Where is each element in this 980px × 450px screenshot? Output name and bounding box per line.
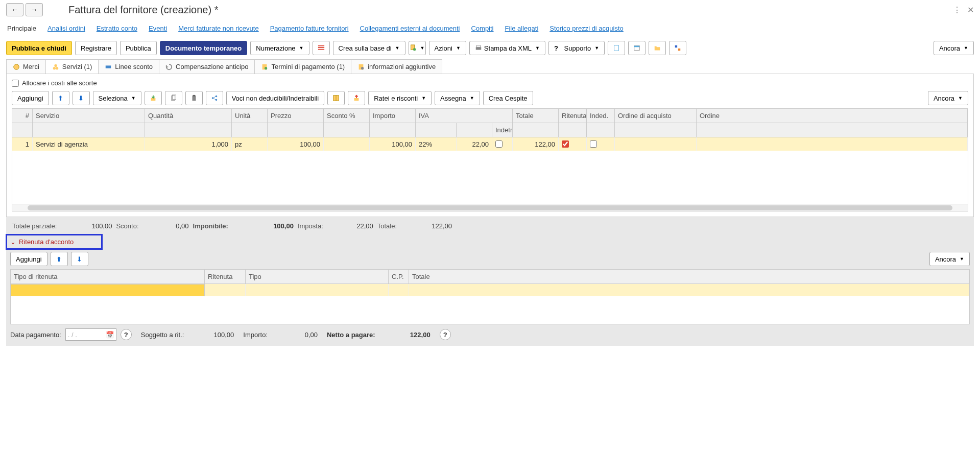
share-button[interactable] — [206, 91, 223, 105]
svg-point-18 — [265, 67, 267, 69]
inded-checkbox[interactable] — [590, 140, 597, 148]
table-icon-button[interactable] — [327, 91, 345, 105]
cell-unita: pz — [232, 137, 268, 151]
document-icon-button[interactable]: ▼ — [409, 41, 426, 55]
forward-button[interactable]: → — [26, 3, 43, 16]
list-icon-button[interactable] — [313, 41, 330, 55]
sconto-value: 0,00 — [143, 222, 189, 230]
tab-pagamento[interactable]: Pagamento fatture fornitori — [269, 21, 350, 36]
cell-quantita: 1,000 — [145, 137, 232, 151]
tab-merci-fatturate[interactable]: Merci fatturate non ricevute — [177, 21, 260, 36]
tab-estratto[interactable]: Estratto conto — [95, 21, 138, 36]
col-prezzo[interactable]: Prezzo — [268, 109, 324, 123]
export-button[interactable] — [348, 91, 365, 105]
seleziona-button[interactable]: Seleziona▼ — [93, 91, 141, 105]
indetr-checkbox[interactable] — [495, 140, 503, 148]
imposta-label: Imposta: — [298, 222, 323, 230]
copy-button[interactable] — [165, 91, 182, 105]
window-icon-button[interactable] — [628, 41, 646, 55]
voci-button[interactable]: Voci non deducibili/Indetraibili — [226, 91, 325, 105]
col-num[interactable]: # — [12, 109, 33, 123]
col-importo[interactable]: Importo — [370, 109, 416, 123]
svg-point-12 — [14, 64, 19, 69]
imponibile-label: Imponibile: — [193, 222, 228, 230]
subtab-servizi[interactable]: Servizi (1) — [45, 59, 99, 74]
crea-base-button[interactable]: Crea sulla base di▼ — [333, 41, 405, 55]
close-icon[interactable]: ✕ — [967, 5, 974, 15]
col-ritenuta[interactable]: Ritenuta — [559, 109, 587, 123]
ritenuta-row[interactable] — [11, 284, 969, 296]
footer-ancora-button[interactable]: Ancora▼ — [929, 252, 970, 266]
paste-button[interactable] — [185, 91, 203, 105]
registrare-button[interactable]: Registrare — [75, 41, 117, 55]
table-row[interactable]: 1 Servizi di agenzia 1,000 pz 100,00 100… — [12, 137, 968, 151]
col-ordine[interactable]: Ordine — [697, 109, 968, 123]
footer-move-down-button[interactable]: ⬇ — [71, 252, 88, 266]
crea-cespite-button[interactable]: Crea Cespite — [483, 91, 533, 105]
doc-icon-button[interactable] — [608, 41, 625, 55]
tab-file[interactable]: File allegati — [504, 21, 540, 36]
tab-storico[interactable]: Storico prezzi di acquisto — [548, 21, 625, 36]
import-button[interactable] — [145, 91, 162, 105]
imponibile-value: 100,00 — [232, 222, 294, 230]
footer-move-up-button[interactable]: ⬆ — [51, 252, 68, 266]
help-data-icon[interactable]: ? — [121, 329, 132, 340]
tab-eventi[interactable]: Eventi — [148, 21, 168, 36]
col-inded[interactable]: Inded. — [587, 109, 615, 123]
help-netto-icon[interactable]: ? — [440, 329, 451, 340]
subtab-compensazione[interactable]: Compensazione anticipo — [159, 59, 255, 74]
col-unita[interactable]: Unità — [232, 109, 268, 123]
more-icon[interactable]: ⋮ — [953, 5, 961, 15]
move-up-button[interactable]: ⬆ — [52, 91, 69, 105]
ritenuta-section-toggle[interactable]: ⌄ Ritenuta d'acconto — [6, 235, 974, 249]
inner-ancora-button[interactable]: Ancora▼ — [928, 91, 968, 105]
folder-icon-button[interactable] — [649, 41, 666, 55]
ratei-button[interactable]: Ratei e risconti▼ — [368, 91, 432, 105]
pubblica-button[interactable]: Pubblica — [120, 41, 157, 55]
back-button[interactable]: ← — [6, 3, 23, 16]
col-tipo-ritenuta[interactable]: Tipo di ritenuta — [11, 270, 205, 283]
supporto-button[interactable]: ? Supporto▼ — [548, 41, 605, 55]
soggetto-value: 100,00 — [188, 331, 234, 339]
subtab-merci[interactable]: Merci — [6, 59, 46, 74]
ritenuta-checkbox[interactable] — [562, 140, 569, 148]
move-down-button[interactable]: ⬇ — [73, 91, 90, 105]
aggiungi-button[interactable]: Aggiungi — [12, 91, 49, 105]
svg-point-20 — [361, 67, 364, 69]
importo-value: 0,00 — [272, 331, 318, 339]
azioni-button[interactable]: Azioni▼ — [429, 41, 466, 55]
col-f-totale[interactable]: Totale — [409, 270, 969, 283]
tab-analisi[interactable]: Analisi ordini — [46, 21, 86, 36]
subtab-termini[interactable]: Termini di pagamento (1) — [254, 59, 351, 74]
col-iva[interactable]: IVA — [416, 109, 513, 123]
stampa-xml-button[interactable]: Stampa da XML▼ — [469, 41, 545, 55]
cell-iva-val: 22,00 — [457, 137, 492, 151]
col-f-ritenuta[interactable]: Ritenuta — [205, 270, 246, 283]
tipo-ritenuta-cell[interactable] — [11, 284, 205, 296]
puzzle-icon-button[interactable] — [669, 41, 686, 55]
pubblica-chiudi-button[interactable]: Pubblica e chiudi — [6, 41, 72, 55]
tab-compiti[interactable]: Compiti — [470, 21, 494, 36]
col-ordine-acq[interactable]: Ordine di acquisto — [615, 109, 697, 123]
horizontal-scrollbar[interactable] — [12, 204, 968, 211]
calendar-icon[interactable]: 📅 — [106, 331, 114, 339]
assegna-button[interactable]: Assegna▼ — [435, 91, 480, 105]
col-quantita[interactable]: Quantità — [145, 109, 232, 123]
footer-aggiungi-button[interactable]: Aggiungi — [10, 252, 47, 266]
subtab-linee[interactable]: Linee sconto — [98, 59, 159, 74]
allocare-checkbox[interactable] — [12, 80, 19, 87]
col-sconto[interactable]: Sconto % — [324, 109, 370, 123]
col-totale[interactable]: Totale — [513, 109, 559, 123]
col-f-tipo[interactable]: Tipo — [246, 270, 389, 283]
imposta-value: 22,00 — [327, 222, 373, 230]
ancora-button[interactable]: Ancora▼ — [934, 41, 974, 55]
col-cp[interactable]: C.P. — [389, 270, 409, 283]
col-servizio[interactable]: Servizio — [33, 109, 145, 123]
tab-principale[interactable]: Principale — [6, 21, 37, 36]
tab-collegamenti[interactable]: Collegamenti esterni ai documenti — [359, 21, 461, 36]
subtab-info[interactable]: informazioni aggiuntive — [351, 59, 442, 74]
data-pagamento-input[interactable]: . / . 📅 — [65, 328, 116, 341]
col-indetr[interactable]: Indetr — [492, 123, 513, 137]
documento-temporaneo-button[interactable]: Documento temporaneo — [160, 41, 248, 55]
numerazione-button[interactable]: Numerazione▼ — [250, 41, 309, 55]
